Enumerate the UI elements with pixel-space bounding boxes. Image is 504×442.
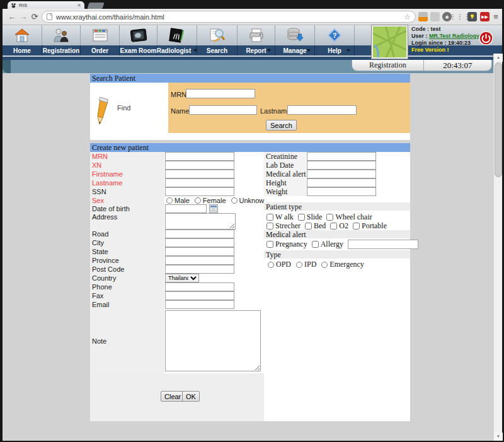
nav-label-home[interactable]: Home bbox=[3, 45, 42, 55]
browser-toolbar: ← → ⟳ www.xraythai.com/thairis/main.html… bbox=[3, 9, 502, 25]
search-mrn-input[interactable] bbox=[186, 89, 255, 98]
sex-female-radio[interactable] bbox=[195, 197, 201, 204]
mrn-input[interactable] bbox=[165, 152, 234, 161]
note-textarea[interactable] bbox=[165, 310, 261, 371]
database-icon bbox=[286, 27, 304, 44]
scroll-down-icon[interactable]: ▼ bbox=[494, 433, 503, 441]
fax-input[interactable] bbox=[165, 291, 234, 300]
scroll-up-icon[interactable]: ▲ bbox=[494, 54, 503, 62]
nav-home[interactable] bbox=[3, 25, 42, 45]
url-text[interactable]: www.xraythai.com/thairis/main.html bbox=[56, 13, 404, 21]
nav-report[interactable] bbox=[238, 25, 275, 45]
sex-female-option[interactable]: Female bbox=[195, 197, 226, 204]
strecher-checkbox[interactable]: Strecher bbox=[266, 221, 301, 231]
medicalalert-input[interactable] bbox=[307, 170, 376, 178]
tab-close-icon[interactable]: ✕ bbox=[77, 3, 81, 8]
page-scrollbar[interactable]: ▲ ▼ bbox=[493, 54, 502, 441]
phone-input[interactable] bbox=[165, 282, 234, 291]
city-input[interactable] bbox=[165, 238, 234, 247]
creatinine-input[interactable] bbox=[307, 152, 376, 161]
nav-label-order[interactable]: Order bbox=[81, 45, 120, 55]
sex-unknow-option[interactable]: Unknow bbox=[231, 197, 265, 204]
field-label-address: Address bbox=[90, 212, 164, 230]
calendar-icon[interactable] bbox=[209, 204, 218, 213]
url-bar[interactable]: www.xraythai.com/thairis/main.html ☆ bbox=[42, 11, 416, 23]
xn-input[interactable] bbox=[165, 161, 234, 170]
ipd-option[interactable]: IPD bbox=[296, 260, 316, 269]
nav-search[interactable] bbox=[197, 25, 238, 45]
sex-unknow-radio[interactable] bbox=[231, 197, 238, 204]
sex-male-radio[interactable] bbox=[166, 197, 173, 204]
status-tab: Registration 20:43:07 bbox=[352, 60, 492, 71]
nav-label-registration[interactable]: Registration bbox=[42, 45, 81, 55]
bookmark-star-icon[interactable]: ☆ bbox=[404, 13, 411, 21]
extension-icon-1[interactable] bbox=[418, 12, 428, 21]
browser-tab[interactable]: RIS ✕ bbox=[8, 1, 84, 9]
clock: 20:43:07 bbox=[424, 60, 491, 71]
ok-button[interactable]: OK bbox=[182, 391, 200, 402]
dob-input[interactable] bbox=[165, 204, 207, 213]
walk-checkbox[interactable]: W alk bbox=[266, 212, 294, 222]
slide-checkbox[interactable]: Slide bbox=[298, 212, 323, 222]
o2-checkbox[interactable]: O2 bbox=[330, 221, 348, 231]
back-icon[interactable]: ← bbox=[6, 11, 18, 23]
nav-label-help[interactable]: Help bbox=[315, 45, 355, 55]
portable-checkbox[interactable]: Portable bbox=[353, 221, 387, 231]
road-input[interactable] bbox=[165, 230, 234, 238]
email-input[interactable] bbox=[165, 300, 234, 309]
reload-icon[interactable]: ⟳ bbox=[29, 11, 40, 23]
extension-icon-2[interactable] bbox=[430, 12, 440, 21]
nav-order[interactable] bbox=[81, 25, 120, 45]
scrollbar-thumb[interactable] bbox=[495, 62, 502, 177]
opd-option[interactable]: OPD bbox=[268, 260, 291, 269]
nav-label-radiologist[interactable]: Radiologist bbox=[158, 45, 197, 55]
weight-input[interactable] bbox=[307, 187, 376, 196]
svg-text:?: ? bbox=[333, 32, 337, 39]
lastname-input[interactable] bbox=[165, 178, 234, 187]
nav-registration[interactable] bbox=[42, 25, 81, 45]
nav-exam-room[interactable] bbox=[120, 25, 158, 45]
allergy-input[interactable] bbox=[348, 240, 418, 249]
emergency-option[interactable]: Emergency bbox=[321, 260, 364, 269]
address-textarea[interactable] bbox=[165, 213, 236, 230]
nav-label-manage[interactable]: Manage bbox=[275, 45, 315, 55]
nav-radiologist[interactable] bbox=[158, 25, 197, 45]
apps-grid-icon[interactable]: ⋮⋮⋮ bbox=[455, 12, 465, 21]
extension-bulb-icon[interactable]: 💡 bbox=[467, 12, 477, 21]
user-name-link[interactable]: MR.Test Radiology bbox=[429, 33, 479, 39]
province-input[interactable] bbox=[165, 256, 234, 265]
labdate-input[interactable] bbox=[307, 161, 376, 170]
map-thumbnail[interactable] bbox=[372, 25, 408, 59]
new-tab-button[interactable] bbox=[87, 3, 104, 9]
browser-menu-icon[interactable]: ≡ bbox=[490, 11, 501, 22]
field-label-ssn: SSN bbox=[90, 187, 164, 196]
height-input[interactable] bbox=[307, 178, 376, 187]
map-icon bbox=[373, 26, 406, 57]
pencil-icon bbox=[95, 96, 114, 129]
chevron-down-icon bbox=[307, 49, 311, 52]
pregnancy-checkbox[interactable]: Pregnancy bbox=[266, 240, 307, 249]
clear-button[interactable]: Clear bbox=[161, 391, 185, 402]
state-input[interactable] bbox=[165, 247, 234, 256]
nav-label-search[interactable]: Search bbox=[197, 45, 238, 55]
nav-help[interactable]: ? bbox=[315, 25, 355, 45]
bed-checkbox[interactable]: Bed bbox=[305, 221, 326, 231]
allergy-checkbox[interactable]: Allergy bbox=[312, 240, 343, 249]
country-select[interactable]: Thailand bbox=[165, 274, 199, 282]
search-button[interactable]: Search bbox=[266, 120, 297, 131]
nav-manage[interactable] bbox=[275, 25, 315, 45]
wheelchair-checkbox[interactable]: Wheel chair bbox=[326, 212, 372, 222]
form-window-icon bbox=[92, 28, 108, 42]
ssn-input[interactable] bbox=[165, 187, 234, 196]
firstname-input[interactable] bbox=[165, 170, 234, 178]
sex-male-option[interactable]: Male bbox=[166, 197, 190, 204]
field-label-country: Country bbox=[90, 274, 164, 282]
forward-icon[interactable]: → bbox=[18, 11, 29, 23]
logout-power-button[interactable] bbox=[479, 31, 493, 45]
extension-play-icon[interactable]: ▶▶ bbox=[480, 12, 490, 21]
nav-label-exam-room[interactable]: Exam Room bbox=[120, 45, 158, 55]
search-name-input[interactable] bbox=[189, 105, 257, 115]
postcode-input[interactable] bbox=[165, 265, 234, 274]
nav-label-report[interactable]: Report bbox=[238, 45, 275, 55]
search-lastname-input[interactable] bbox=[287, 105, 357, 115]
